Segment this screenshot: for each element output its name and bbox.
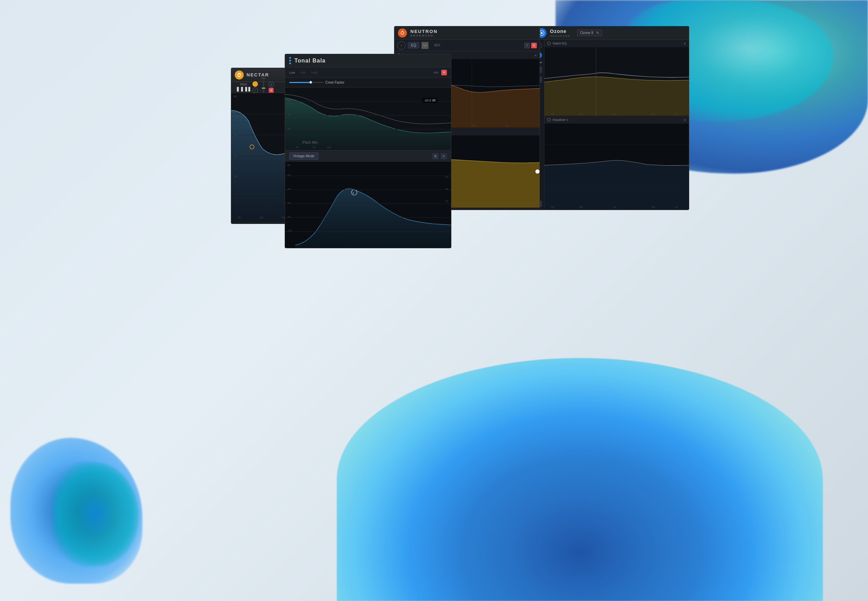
svg-text:80: 80	[313, 146, 316, 149]
crest-slider[interactable]	[289, 82, 324, 83]
ozone-eq-svg-2: 60 100 1K 10K Hz	[545, 124, 689, 210]
ozone-panel-close-2[interactable]: ×	[683, 117, 686, 123]
settings-button[interactable]: S	[268, 82, 274, 87]
ozone-panel-info-icon	[547, 42, 551, 45]
svg-text:10K: 10K	[651, 113, 656, 115]
piano-key-black	[239, 87, 241, 90]
vintage-icon-1[interactable]: ⊕	[432, 153, 438, 159]
neutron-close-icon: ×	[533, 43, 535, 47]
right-db-labels: -20 -30 -40	[445, 176, 448, 203]
tonal-header: Tonal Bala	[285, 54, 451, 67]
db-label-80: -80	[233, 175, 238, 178]
freq-zone-high[interactable]: High	[311, 71, 318, 74]
svg-text:10K: 10K	[651, 206, 656, 208]
bottom-grid-5	[285, 231, 451, 232]
ozone-preset-edit[interactable]: ✎	[596, 31, 599, 35]
ozone-panel-close-icon-1: ×	[683, 41, 686, 46]
vintage-icon-1-symbol: ⊕	[434, 154, 437, 158]
ozone-main-area: Match EQ ×	[545, 40, 689, 210]
tonal-close-icon: ×	[443, 70, 445, 74]
tonal-grid-3	[285, 129, 451, 130]
ozone-eq1-label: Equalizer 1	[553, 118, 568, 122]
bottom-db-m80: -80	[287, 216, 291, 218]
dot-1	[289, 57, 291, 59]
info-button[interactable]: i	[252, 87, 258, 93]
neutron-title: NEUTRON	[410, 29, 438, 34]
ozone-panel-close-1[interactable]: ×	[683, 40, 686, 47]
panel-close-icon-1: ×	[534, 53, 537, 58]
vintage-icon-2[interactable]: ≡	[441, 153, 447, 159]
bottom-eq-svg: 1 -40 80 100 200 400 600 1K 2K 4K 8K	[285, 162, 451, 248]
tonal-curve-area: -20 -40 -60 40 80 100	[285, 87, 451, 150]
neutron-settings-icon: ≡	[526, 44, 528, 47]
tonal-balance-window: Tonal Bala Low Mid High Mix × Crest Fact…	[285, 54, 452, 248]
svg-point-15	[401, 32, 404, 34]
ozone-subtitle: ADVANCED	[550, 34, 571, 38]
tonal-db-60: -60	[287, 127, 291, 130]
tonal-title: Tonal Bala	[294, 58, 326, 64]
svg-text:100: 100	[327, 146, 332, 149]
ozone-preset-name: Ozone 9	[580, 31, 593, 35]
ozone-panel-info-icon-2	[547, 118, 551, 122]
ozone-content: Match EQ ×	[533, 40, 689, 210]
bottom-db-m100: -100	[287, 229, 292, 232]
power-button[interactable]	[252, 81, 258, 87]
neutron-header: NEUTRON ADVANCED	[394, 26, 540, 40]
piano-key-black-2	[243, 87, 245, 90]
ozone-bottom-panel: Equalizer 1 ×	[545, 116, 689, 210]
target-indicator	[535, 169, 540, 174]
svg-text:60: 60	[551, 113, 554, 115]
close-button[interactable]: ×	[269, 88, 274, 93]
ozone-title: Ozone	[550, 29, 567, 34]
ozone-top-panel: Match EQ ×	[545, 40, 689, 116]
vintage-mode-button[interactable]: Vintage Mode	[289, 153, 318, 160]
freq-zone-low[interactable]: Low	[289, 71, 295, 74]
neutron-settings-btn[interactable]: ≡	[524, 43, 530, 48]
mix-btn-label[interactable]: Mix	[434, 71, 438, 74]
bottom-grid-3	[285, 203, 451, 204]
neutron-eq-btn[interactable]: EQ	[407, 42, 420, 49]
db-label-60: -60	[233, 154, 238, 157]
svg-text:40: 40	[296, 146, 299, 149]
ozone-title-group: Ozone ADVANCED	[550, 28, 571, 38]
db-label-40: -40	[233, 133, 238, 136]
svg-text:100: 100	[579, 113, 583, 115]
freq-60: 60	[238, 216, 241, 219]
vintage-mode-bar: Vintage Mode ⊕ ≡	[285, 150, 451, 162]
svg-text:Hz: Hz	[675, 113, 678, 115]
ozone-panel-close-icon-2: ×	[683, 118, 686, 122]
vintage-mode-icons: ⊕ ≡	[432, 153, 447, 159]
neutron-mix-btn[interactable]: MIX	[430, 42, 444, 49]
right-db-m40: -40	[445, 200, 448, 203]
svg-text:Hz: Hz	[506, 124, 509, 127]
neutron-info-icon: i	[401, 44, 402, 47]
ozone-eq-svg-1: 60 100 1K 10K Hz	[545, 47, 689, 116]
tonal-dots	[289, 57, 291, 64]
tonal-right-controls: Mix ×	[434, 70, 447, 75]
panel-close-1[interactable]: ×	[534, 52, 537, 58]
db-label-top: dB	[233, 95, 237, 98]
ozone-panel-header-2: Equalizer 1 ×	[545, 116, 689, 124]
ink-splash-bottom-center	[337, 358, 823, 601]
close-icon: ×	[270, 88, 273, 92]
svg-text:100: 100	[579, 206, 583, 208]
power-btn-group: i	[252, 81, 258, 93]
tonal-db-40: -40	[287, 113, 291, 116]
tonal-close-button[interactable]: ×	[441, 70, 447, 75]
neutron-close-btn[interactable]: ×	[531, 43, 537, 48]
piano-keyboard	[237, 87, 250, 92]
bottom-db-m20: -20	[287, 174, 291, 176]
svg-text:1: 1	[352, 191, 354, 194]
bottom-grid-2	[285, 189, 451, 190]
svg-text:100: 100	[472, 124, 476, 127]
bottom-db-m40: -40	[287, 188, 291, 190]
right-db-m30: -30	[445, 188, 448, 190]
neutron-icon-btn[interactable]: i	[397, 41, 406, 50]
slider-area: Crest Factor	[289, 81, 345, 84]
crest-slider-thumb	[310, 81, 312, 84]
crest-factor-label: Crest Factor	[325, 81, 345, 84]
svg-text:60: 60	[551, 206, 554, 208]
freq-zone-mid[interactable]: Mid	[301, 71, 306, 74]
neutron-eq-icon[interactable]	[421, 42, 429, 49]
pitch-mix-title-label: Pitch Mix	[302, 140, 318, 145]
